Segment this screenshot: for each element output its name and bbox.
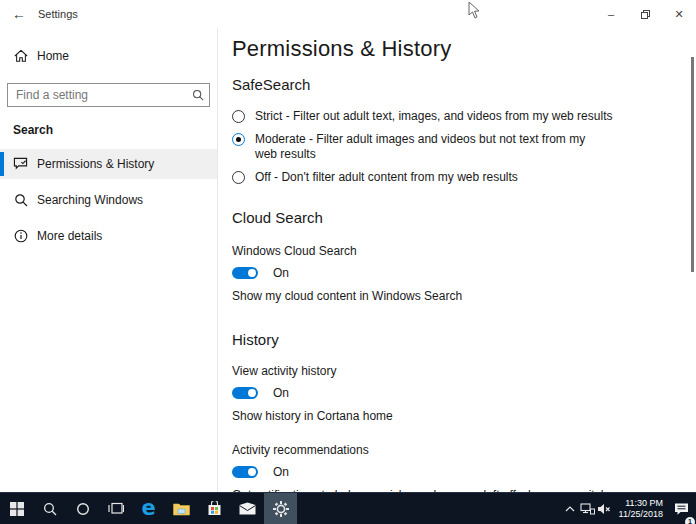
network-tray-button[interactable]: [579, 493, 596, 524]
sidebar-item-label: Permissions & History: [37, 157, 154, 171]
activity-recommendations-label: Activity recommendations: [232, 443, 680, 457]
toggle-state-label: On: [273, 266, 289, 280]
info-icon: [13, 229, 28, 244]
sidebar-item-label: More details: [37, 229, 102, 243]
search-icon[interactable]: [187, 89, 209, 101]
gear-icon: [273, 501, 289, 517]
toggle-knob: [248, 269, 256, 277]
back-icon: ←: [12, 6, 26, 22]
mouse-cursor-icon: [468, 1, 481, 20]
cortana-button[interactable]: [66, 493, 99, 524]
search-icon: [43, 502, 57, 516]
sidebar-item-home[interactable]: Home: [0, 42, 217, 70]
volume-tray-button[interactable]: [596, 493, 613, 524]
back-button[interactable]: ←: [0, 0, 38, 28]
window-title: Settings: [38, 8, 78, 20]
cloud-search-description: Show my cloud content in Windows Search: [232, 289, 680, 303]
taskbar-apps: e: [0, 493, 297, 524]
titlebar: ← Settings – ✕: [0, 0, 696, 28]
notification-badge: 1: [685, 517, 695, 524]
sidebar-nav: Permissions & History Searching Windows …: [0, 149, 217, 251]
cortana-icon: [76, 502, 90, 516]
taskbar-search-button[interactable]: [33, 493, 66, 524]
clock-time: 11:30 PM: [619, 498, 663, 509]
safesearch-heading: SafeSearch: [232, 76, 680, 93]
file-explorer-icon: [173, 502, 190, 516]
show-hidden-icons-button[interactable]: [562, 493, 579, 524]
sidebar-item-more-details[interactable]: More details: [0, 221, 217, 251]
view-activity-history-toggle[interactable]: [232, 387, 258, 399]
search-input[interactable]: [8, 88, 187, 102]
settings-app-button[interactable]: [264, 493, 297, 524]
restore-icon: [641, 10, 650, 19]
scrollbar-thumb[interactable]: [691, 57, 694, 272]
sidebar: Home Search Permissions & History Search…: [0, 28, 218, 492]
radio-circle-icon: [232, 110, 245, 123]
settings-content: Permissions & History SafeSearch Strict …: [219, 28, 696, 492]
safesearch-radio-group: Strict - Filter out adult text, images, …: [232, 109, 680, 185]
radio-moderate[interactable]: Moderate - Filter adult images and video…: [232, 132, 680, 162]
store-button[interactable]: [198, 493, 231, 524]
window-controls: – ✕: [594, 0, 696, 28]
sidebar-section-label: Search: [13, 123, 217, 137]
view-activity-history-label: View activity history: [232, 364, 680, 378]
clock-date: 11/25/2018: [619, 509, 663, 520]
radio-circle-icon: [232, 133, 245, 146]
sidebar-item-permissions-history[interactable]: Permissions & History: [0, 149, 217, 179]
chevron-up-icon: [565, 506, 575, 512]
taskbar: e: [0, 492, 696, 524]
minimize-icon: –: [608, 8, 614, 20]
start-button[interactable]: [0, 493, 33, 524]
history-heading: History: [232, 331, 680, 348]
close-button[interactable]: ✕: [662, 0, 696, 28]
toggle-state-label: On: [273, 386, 289, 400]
system-tray: 11:30 PM 11/25/2018 1: [562, 493, 696, 524]
cloud-search-toggle[interactable]: [232, 267, 258, 279]
radio-label: Off - Don't filter adult content from my…: [255, 170, 518, 185]
view-activity-history-description: Show history in Cortana home: [232, 409, 680, 423]
task-view-icon: [108, 502, 124, 515]
edge-icon: e: [141, 498, 155, 519]
sidebar-item-searching-windows[interactable]: Searching Windows: [0, 185, 217, 215]
activity-recommendations-toggle[interactable]: [232, 466, 258, 478]
speaker-muted-icon: [597, 503, 611, 515]
radio-label: Strict - Filter out adult text, images, …: [255, 109, 612, 124]
home-icon: [13, 49, 28, 64]
settings-search-box: [7, 83, 210, 107]
cloud-search-toggle-label: Windows Cloud Search: [232, 244, 680, 258]
mail-icon: [239, 502, 256, 515]
radio-label: Moderate - Filter adult images and video…: [255, 132, 585, 162]
restore-button[interactable]: [628, 0, 662, 28]
radio-off[interactable]: Off - Don't filter adult content from my…: [232, 170, 680, 185]
action-center-icon: [674, 502, 689, 516]
minimize-button[interactable]: –: [594, 0, 628, 28]
store-icon: [207, 501, 222, 516]
radio-strict[interactable]: Strict - Filter out adult text, images, …: [232, 109, 680, 124]
action-center-button[interactable]: 1: [670, 493, 692, 524]
toggle-knob: [248, 468, 256, 476]
sidebar-item-label: Home: [37, 49, 69, 63]
mail-button[interactable]: [231, 493, 264, 524]
network-icon: [580, 503, 595, 515]
toggle-knob: [248, 389, 256, 397]
cloud-search-heading: Cloud Search: [232, 209, 680, 226]
taskbar-clock[interactable]: 11:30 PM 11/25/2018: [613, 498, 670, 520]
permissions-history-icon: [13, 157, 28, 172]
windows-logo-icon: [10, 502, 24, 516]
task-view-button[interactable]: [99, 493, 132, 524]
radio-circle-icon: [232, 171, 245, 184]
file-explorer-button[interactable]: [165, 493, 198, 524]
page-title: Permissions & History: [232, 36, 680, 62]
search-windows-icon: [13, 193, 28, 208]
toggle-state-label: On: [273, 465, 289, 479]
edge-button[interactable]: e: [132, 493, 165, 524]
sidebar-item-label: Searching Windows: [37, 193, 143, 207]
close-icon: ✕: [674, 8, 683, 21]
